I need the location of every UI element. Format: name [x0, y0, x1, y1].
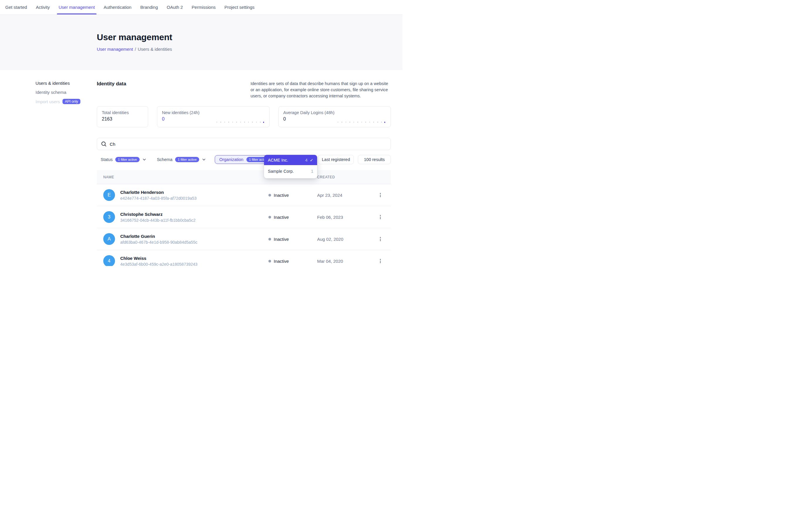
status-cell: Inactive	[268, 193, 317, 198]
identity-id: 34166752-04cb-443b-a11f-fb1bb0cba5c2	[120, 218, 196, 223]
status-filter-badge: 1 filter active	[115, 157, 139, 162]
status-label: Inactive	[274, 259, 289, 264]
status-dot-icon	[268, 238, 271, 241]
status-dot-icon	[268, 216, 271, 218]
identity-cell: 3 Christophe Schwarz 34166752-04cb-443b-…	[103, 211, 268, 223]
avatar: A	[103, 233, 115, 245]
row-actions-menu-icon[interactable]	[378, 213, 382, 221]
status-label: Inactive	[274, 237, 289, 242]
identity-id: e424e774-4187-4a03-85fa-af72d0019a53	[120, 196, 196, 201]
dropdown-option-acme[interactable]: ACME Inc. 4	[264, 155, 317, 165]
chevron-down-icon	[142, 157, 146, 162]
identities-table: NAME STATUS CREATED E Charlotte Henderso…	[97, 170, 391, 266]
tab-activity[interactable]: Activity	[36, 0, 50, 14]
sidebar-item-label: Users & identities	[36, 81, 70, 86]
row-actions-menu-icon[interactable]	[378, 257, 382, 265]
table-row[interactable]: 4 Chloe Weiss 4e3d53af-6b00-459c-a2e0-a1…	[97, 250, 391, 266]
identity-cell: E Charlotte Henderson e424e774-4187-4a03…	[103, 189, 268, 201]
card-value: 0	[162, 116, 265, 122]
list-controls: Last registered 100 results	[318, 155, 391, 164]
card-label: Total identities	[102, 110, 143, 115]
table-row[interactable]: E Charlotte Henderson e424e774-4187-4a03…	[97, 184, 391, 206]
status-dot-icon	[268, 260, 271, 263]
dropdown-option-label: Sample Corp.	[268, 169, 308, 174]
identity-cell: 4 Chloe Weiss 4e3d53af-6b00-459c-a2e0-a1…	[103, 255, 268, 266]
breadcrumb-link-user-management[interactable]: User management	[97, 46, 133, 52]
section-description: Identities are sets of data that describ…	[250, 81, 391, 99]
identity-name: Chloe Weiss	[120, 256, 198, 261]
page-header: User management User management / Users …	[0, 15, 402, 70]
search-input[interactable]: Ch	[97, 138, 391, 150]
status-dot-icon	[268, 194, 271, 196]
dropdown-option-label: ACME Inc.	[268, 158, 303, 163]
identity-data-section: Identity data Identities are sets of dat…	[97, 81, 391, 266]
card-value: 2163	[102, 116, 143, 122]
organization-dropdown: ACME Inc. 4 Sample Corp. 1	[264, 155, 317, 178]
card-average-daily-logins: Average Daily Logins (48h) 0	[278, 106, 391, 127]
dropdown-option-count: 1	[311, 169, 313, 174]
identity-name: Charlotte Guerin	[120, 234, 198, 239]
tab-oauth2[interactable]: OAuth 2	[167, 0, 183, 14]
status-cell: Inactive	[268, 237, 317, 242]
column-header-created: CREATED	[317, 175, 373, 179]
card-label: New identities (24h)	[162, 110, 265, 115]
status-label: Inactive	[274, 193, 289, 198]
section-title: Identity data	[97, 81, 126, 87]
identity-name: Charlotte Henderson	[120, 190, 196, 195]
breadcrumb-current: Users & identities	[138, 46, 172, 52]
dropdown-option-count: 4	[305, 158, 307, 163]
status-filter-label: Status	[100, 157, 113, 162]
card-total-identities: Total identities 2163	[97, 106, 148, 127]
organization-filter-label: Organization	[219, 157, 243, 162]
breadcrumb: User management / Users & identities	[97, 46, 402, 52]
tab-user-management[interactable]: User management	[59, 0, 95, 14]
schema-filter[interactable]: Schema 1 filter active	[157, 157, 206, 162]
tab-branding[interactable]: Branding	[140, 0, 158, 14]
sparkline	[338, 122, 385, 122]
tab-authentication[interactable]: Authentication	[104, 0, 131, 14]
filter-row: Status 1 filter active Schema 1 filter a…	[97, 155, 391, 164]
tab-get-started[interactable]: Get started	[5, 0, 27, 14]
schema-filter-badge: 1 filter active	[175, 157, 200, 162]
search-icon	[101, 141, 107, 147]
identity-id: afd63ba0-467b-4e1d-b958-90ab84d5a55c	[120, 240, 198, 245]
created-date: Feb 06, 2023	[317, 215, 373, 220]
sidebar-item-users-identities[interactable]: Users & identities	[36, 81, 93, 86]
sort-select[interactable]: Last registered	[318, 155, 354, 164]
card-new-identities: New identities (24h) 0	[157, 106, 269, 127]
content-area: Users & identities Identity schema Impor…	[0, 70, 402, 266]
created-date: Apr 23, 2024	[317, 193, 373, 198]
created-date: Aug 02, 2020	[317, 237, 373, 242]
table-row[interactable]: 3 Christophe Schwarz 34166752-04cb-443b-…	[97, 206, 391, 228]
search-value: Ch	[110, 141, 115, 147]
created-date: Mar 04, 2020	[317, 259, 373, 264]
sidebar-item-identity-schema[interactable]: Identity schema	[36, 90, 93, 95]
dropdown-option-sample-corp[interactable]: Sample Corp. 1	[264, 166, 317, 176]
avatar: 4	[103, 255, 115, 266]
section-head: Identity data Identities are sets of dat…	[97, 81, 391, 99]
card-value: 0	[283, 116, 386, 122]
avatar: 3	[103, 211, 115, 223]
check-icon	[310, 158, 313, 163]
sidebar-item-label: Identity schema	[36, 90, 66, 95]
status-filter[interactable]: Status 1 filter active	[100, 157, 146, 162]
tab-permissions[interactable]: Permissions	[191, 0, 216, 14]
schema-filter-label: Schema	[157, 157, 172, 162]
identity-name: Christophe Schwarz	[120, 212, 196, 217]
page-size-select[interactable]: 100 results	[358, 155, 391, 164]
status-label: Inactive	[274, 215, 289, 220]
sidebar-item-import-users[interactable]: Import users API only	[36, 99, 93, 104]
chevron-down-icon	[202, 157, 206, 162]
breadcrumb-separator: /	[135, 46, 136, 52]
row-actions-menu-icon[interactable]	[378, 235, 382, 243]
table-header: NAME STATUS CREATED	[97, 170, 391, 184]
tab-project-settings[interactable]: Project settings	[224, 0, 255, 14]
identity-id: 4e3d53af-6b00-459c-a2e0-a18058739243	[120, 262, 198, 266]
status-cell: Inactive	[268, 215, 317, 220]
sparkline	[217, 122, 264, 122]
card-label: Average Daily Logins (48h)	[283, 110, 386, 115]
table-row[interactable]: A Charlotte Guerin afd63ba0-467b-4e1d-b9…	[97, 228, 391, 250]
top-navigation: Get started Activity User management Aut…	[0, 0, 402, 15]
row-actions-menu-icon[interactable]	[378, 191, 382, 199]
sidebar-item-label: Import users	[36, 99, 60, 104]
